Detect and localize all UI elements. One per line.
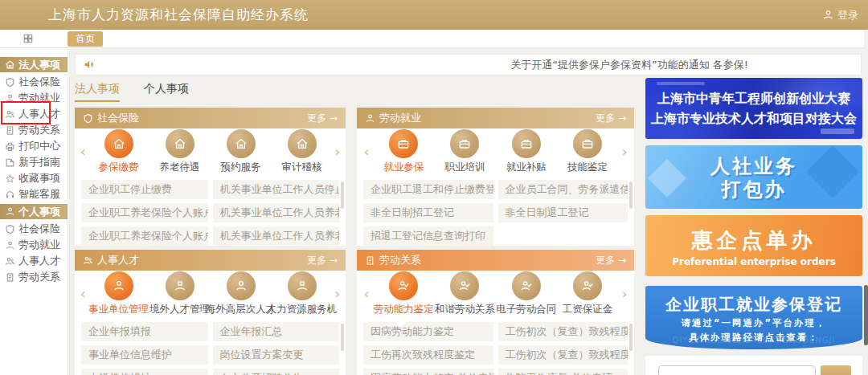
sidebar-item-smart-service[interactable]: 智能客服 — [0, 186, 68, 202]
menu-grid-icon[interactable] — [23, 33, 34, 44]
category-zhiye-peixun[interactable]: 职业培训 — [434, 129, 495, 174]
service-item[interactable]: 因病劳动能力鉴定 单位申请 — [363, 369, 493, 375]
tab-corporate-matters[interactable]: 法人事项 — [75, 82, 120, 102]
user-icon — [822, 9, 834, 21]
category-yuyue-fuwu[interactable]: 预约服务 — [211, 129, 272, 174]
service-item[interactable]: 机关事业单位工作人员停止缴... — [213, 180, 340, 199]
chevron-left-icon[interactable]: ‹ — [78, 287, 88, 301]
sidebar-item-labor-relations-personal[interactable]: 劳动关系 — [0, 269, 68, 285]
more-link[interactable]: 更多 → — [596, 112, 626, 125]
category-jineng-jianding[interactable]: 技能鉴定 — [557, 129, 618, 174]
service-item[interactable]: 非全日制招工登记 — [363, 203, 493, 222]
service-item[interactable]: 企业年报填报 — [81, 322, 208, 341]
login-button[interactable]: 登录 — [822, 0, 858, 30]
more-link[interactable]: 更多 → — [596, 254, 626, 267]
sidebar-item-personnel-talent[interactable]: 人事人才 — [0, 106, 68, 122]
service-item[interactable]: 企业职工停止缴费 — [81, 180, 208, 199]
category-hexie-laodong-guanxi[interactable]: 和谐劳动关系 — [434, 271, 495, 316]
notice-bar[interactable]: 关于开通“提供参保户参保资料”功能的通知 各参保! — [75, 54, 862, 75]
category-gongzi-baozhengjin[interactable]: 工资保证金 — [557, 271, 618, 316]
service-item[interactable]: 企业职工养老保险个人账户启... — [81, 226, 208, 246]
sidebar-item-labor-relations[interactable]: 劳动关系 — [0, 122, 68, 138]
service-item[interactable]: 自主公开招聘公告 — [213, 369, 340, 375]
category-jiuye-canbao[interactable]: 就业参保 — [373, 129, 434, 174]
list-scrollbar[interactable] — [629, 324, 633, 351]
service-item[interactable]: 企业职工养老保险个人账户封... — [81, 203, 208, 222]
service-item[interactable]: 非全日制退工登记 — [498, 203, 628, 222]
panel-title: 劳动就业 — [379, 111, 421, 125]
sidebar-item-label: 打印中心 — [18, 139, 60, 153]
sidebar-item-labor-employment-personal[interactable]: 劳动就业 — [0, 237, 68, 253]
service-item[interactable]: 工伤再次致残程度鉴定 — [363, 345, 493, 365]
headset-icon — [4, 190, 15, 200]
service-item[interactable]: 企业职工退工和停止缴费登记 — [363, 180, 493, 199]
matter-tabs: 法人事项 个人事项 — [75, 82, 189, 102]
service-item[interactable]: 内设机构维护 — [81, 369, 208, 375]
chevron-left-icon[interactable]: ‹ — [360, 145, 373, 159]
sidebar-item-corporate-matters[interactable]: 法人事项 — [0, 57, 68, 72]
sidebar-item-labor-employment[interactable]: 劳动就业 — [0, 90, 68, 106]
category-haiwai-rencai[interactable]: 海外高层次人才 — [211, 271, 272, 316]
search-button[interactable] — [821, 365, 851, 375]
sidebar-item-print-center[interactable]: 打印中心 — [0, 138, 68, 154]
sidebar-item-beginner-guide[interactable]: 新手指南 — [0, 154, 68, 170]
category-jiuye-butie[interactable]: 就业补贴 — [496, 129, 557, 174]
list-scrollbar[interactable] — [341, 181, 344, 209]
chevron-right-icon[interactable]: › — [333, 145, 343, 159]
home-icon — [235, 137, 248, 150]
search-input[interactable] — [658, 365, 816, 375]
people-icon — [4, 256, 15, 267]
category-shenji-jihe[interactable]: 审计稽核 — [272, 129, 333, 174]
category-dianzi-laodong-hetong[interactable]: 电子劳动合同 — [496, 271, 557, 316]
service-item[interactable]: 企业年报汇总 — [213, 322, 340, 341]
sidebar-item-favorites[interactable]: 收藏事项 — [0, 170, 68, 186]
sidebar-item-personnel-talent-personal[interactable]: 人事人才 — [0, 253, 68, 269]
more-link[interactable]: 更多 → — [307, 112, 338, 125]
banner-enterprise-benefit[interactable]: 惠企点单办 Preferential enterprise orders — [645, 215, 862, 276]
service-item[interactable]: 事业单位信息维护 — [81, 345, 208, 365]
chevron-right-icon[interactable]: › — [618, 287, 631, 301]
chevron-right-icon[interactable]: › — [333, 287, 343, 301]
service-item[interactable]: 机关事业单位工作人员养老保... — [213, 226, 340, 246]
person-icon — [174, 279, 186, 292]
insurance-shield-icon — [83, 113, 93, 124]
banner-text: 打包办 — [645, 178, 862, 202]
list-scrollbar[interactable] — [341, 324, 344, 351]
person-check-icon — [458, 279, 471, 292]
more-link[interactable]: 更多 → — [307, 254, 338, 267]
service-item[interactable]: 住院工伤康复 单位申请 — [498, 369, 628, 375]
sidebar-item-personal-matters[interactable]: 个人事项 — [0, 204, 68, 219]
people-icon — [4, 109, 15, 120]
tab-home[interactable]: 首页 — [68, 31, 103, 47]
service-item[interactable]: 机关事业单位工作人员养老保... — [213, 203, 340, 222]
list-scrollbar[interactable] — [629, 181, 633, 209]
category-renli-ziyuan-fuwu[interactable]: 人力资源服务机 — [272, 271, 333, 316]
banner-engineer-contest[interactable]: 上海市中青年工程师创新创业大赛 上海市专业技术人才和项目对接大会 — [645, 78, 862, 139]
chevron-left-icon[interactable]: ‹ — [360, 287, 373, 301]
chevron-left-icon[interactable]: ‹ — [78, 145, 88, 159]
service-list: 因病劳动能力鉴定 工伤初次（复查）致残程度鉴... 工伤再次致残程度鉴定 工伤初… — [363, 322, 628, 375]
category-yanglao-daiyu[interactable]: 养老待遇 — [149, 129, 211, 174]
page-scrollbar-thumb[interactable] — [864, 285, 868, 345]
category-laodong-nengli-jianding[interactable]: 劳动能力鉴定 — [373, 271, 434, 316]
chevron-right-icon[interactable]: › — [618, 145, 631, 159]
service-item[interactable]: 工伤初次（复查）致残程度鉴... — [498, 345, 628, 365]
service-item[interactable]: 招退工登记信息查询打印 — [363, 226, 493, 246]
banner-title: 企业职工就业参保登记 — [645, 286, 862, 316]
banner-subtitle: Preferential enterprise orders — [645, 256, 862, 267]
tab-bar: 首页 — [0, 30, 868, 48]
service-item[interactable]: 工伤初次（复查）致残程度鉴... — [498, 322, 628, 341]
tab-personal-matters[interactable]: 个人事项 — [144, 82, 189, 102]
category-jingwai-rencai[interactable]: 境外人才管理 — [149, 271, 211, 316]
insurance-shield-icon — [4, 77, 15, 88]
sidebar-item-social-insurance-personal[interactable]: 社会保险 — [0, 221, 68, 237]
banner-logo — [821, 128, 854, 134]
banner-employee-registration[interactable]: 企业职工就业参保登记 请通过“一网通办”平台办理， 具体办理路径请点击查看： Q… — [645, 286, 862, 349]
service-item[interactable]: 岗位设置方案变更 — [213, 345, 340, 365]
category-canbao-jiaofei[interactable]: 参保缴费 — [88, 129, 149, 174]
service-item[interactable]: 因病劳动能力鉴定 — [363, 322, 493, 341]
service-item[interactable]: 企业员工合同、劳务派遣信息... — [498, 180, 628, 199]
banner-hr-package-service[interactable]: 人社业务 打包办 — [645, 145, 862, 209]
sidebar-item-social-insurance[interactable]: 社会保险 — [0, 74, 68, 90]
category-shiye-danwei-guanli[interactable]: 事业单位管理 — [88, 271, 149, 316]
